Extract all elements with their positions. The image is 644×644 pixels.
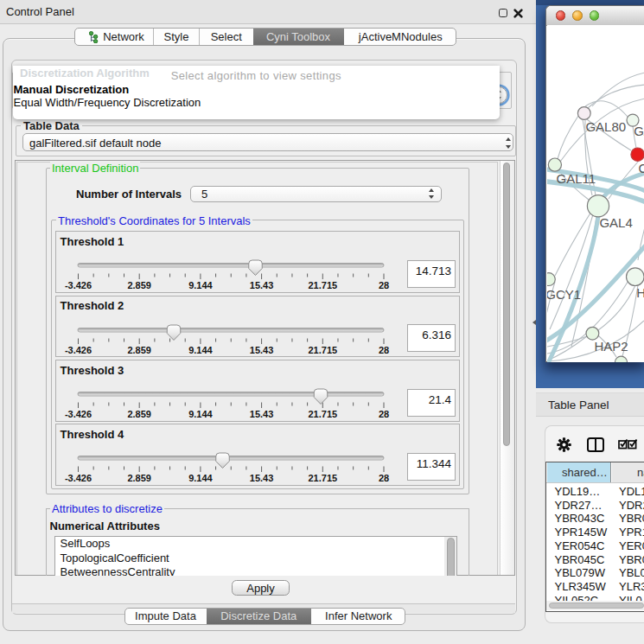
svg-text:28: 28 [378,473,388,483]
svg-text:9.144: 9.144 [188,473,213,483]
svg-text:28: 28 [378,344,388,354]
svg-text:9.144: 9.144 [188,409,213,419]
svg-text:21.715: 21.715 [308,344,337,354]
svg-text:-3.426: -3.426 [64,409,91,419]
svg-text:15.43: 15.43 [249,280,273,290]
svg-text:GCY1: GCY1 [547,286,581,301]
svg-text:-3.426: -3.426 [64,344,91,354]
svg-text:-3.426: -3.426 [64,473,91,483]
svg-text:GA: GA [634,124,644,138]
svg-text:21.715: 21.715 [308,473,337,483]
svg-text:GAL4: GAL4 [599,215,632,230]
svg-text:9.144: 9.144 [188,344,213,354]
svg-text:28: 28 [378,409,388,419]
svg-text:GAL11: GAL11 [557,170,596,185]
svg-text:H: H [636,285,644,300]
svg-text:15.43: 15.43 [249,409,273,419]
svg-text:GAL80: GAL80 [585,119,626,134]
svg-text:15.43: 15.43 [249,473,273,483]
svg-text:HAP2: HAP2 [595,339,628,354]
svg-text:-3.426: -3.426 [64,280,91,290]
svg-text:2.859: 2.859 [127,409,151,419]
svg-text:15.43: 15.43 [249,344,273,354]
svg-text:C: C [639,160,644,175]
svg-text:2.859: 2.859 [127,280,151,290]
svg-text:21.715: 21.715 [308,280,337,290]
svg-text:9.144: 9.144 [188,280,213,290]
svg-text:28: 28 [378,280,388,290]
svg-text:2.859: 2.859 [127,473,151,483]
svg-text:2.859: 2.859 [127,344,151,354]
svg-text:21.715: 21.715 [308,409,337,419]
